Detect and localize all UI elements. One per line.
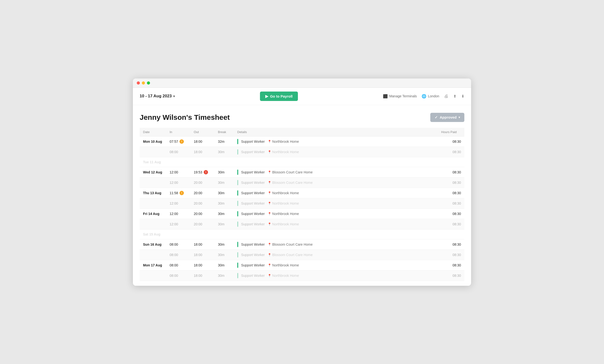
out-cell: 18:00 [190, 147, 214, 157]
time-out: 18:00 [194, 140, 202, 143]
role-label: Support Worker [241, 212, 265, 216]
out-cell: 19:53 ! [190, 167, 214, 177]
details-cell: Support Worker 📍 Northbrook Home [234, 260, 438, 270]
hours-cell-light: 08:30 [438, 250, 464, 260]
date-range-selector[interactable]: 10 - 17 Aug 2023 ▾ [140, 94, 175, 99]
location-label: Northbrook Home [272, 212, 299, 216]
table-row-shadow: 08:00 18:00 30m Support Worker 📍 Northbr… [140, 270, 464, 281]
details-content: Support Worker 📍 Northbrook Home [237, 139, 434, 144]
location-pin-icon: 📍 [268, 212, 271, 215]
approved-button[interactable]: ✓ Approved ▾ [430, 113, 464, 122]
in-cell: 12:00 [166, 219, 190, 229]
details-content: Support Worker 📍 Northbrook Home [237, 190, 434, 196]
location-label-light: Northbrook Home [272, 274, 299, 277]
table-row-shadow: 08:00 18:00 30m Support Worker 📍 Northbr… [140, 147, 464, 157]
location-label-light: Northbrook Home [272, 222, 299, 226]
location-selector[interactable]: 🌐 London [422, 94, 439, 99]
role-label: Support Worker [241, 170, 265, 174]
details-cell: Support Worker 📍 Northbrook Home [234, 188, 438, 198]
col-header-in: In [166, 128, 190, 137]
in-cell-content: 11:58 ! [170, 191, 187, 195]
break-cell [214, 229, 234, 239]
table-row: Fri 14 Aug 12:00 20:00 30m Support Worke… [140, 208, 464, 219]
approved-label: Approved [440, 115, 457, 119]
break-cell: 30m [214, 188, 234, 198]
minimize-dot[interactable] [142, 81, 145, 85]
app-window: 10 - 17 Aug 2023 ▾ ▶ Go to Payroll ⬛ Man… [133, 78, 471, 286]
table-row: Sun 16 Aug 08:00 18:00 30m Support Worke… [140, 239, 464, 250]
col-header-hours: Hours Paid [438, 128, 464, 137]
location-label: Blossom Court Care Home [272, 242, 313, 246]
table-row-empty: Tue 11 Aug [140, 157, 464, 167]
role-label: Support Worker [241, 191, 265, 195]
break-cell: 32m [214, 136, 234, 147]
location-pin-icon: 📍 [268, 253, 271, 256]
in-cell: 12:00 [166, 177, 190, 188]
upload-icon[interactable]: ⬆ [453, 94, 456, 99]
terminal-icon: ⬛ [383, 94, 388, 99]
time-out: 18:00 [194, 242, 202, 246]
break-cell: 30m [214, 177, 234, 188]
break-cell: 30m [214, 147, 234, 157]
location-info: 📍 Northbrook Home [268, 191, 299, 195]
go-to-payroll-button[interactable]: ▶ Go to Payroll [260, 91, 298, 101]
break-cell: 30m [214, 260, 234, 270]
date-cell: Sat 15 Aug [140, 229, 166, 239]
details-cell: Support Worker 📍 Northbrook Home [234, 219, 438, 229]
location-pin-icon: 📍 [268, 191, 271, 195]
time-out: 18:00 [194, 263, 202, 267]
details-bar-light-icon [237, 222, 238, 227]
maximize-dot[interactable] [147, 81, 150, 85]
details-content: Support Worker 📍 Blossom Court Care Home [237, 170, 434, 175]
in-cell: 08:00 [166, 147, 190, 157]
download-icon[interactable]: ⬇ [461, 94, 464, 99]
location-info: 📍 Northbrook Home [268, 140, 299, 143]
break-cell: 30m [214, 219, 234, 229]
table-header-row: Date In Out Break Details Hours Paid [140, 128, 464, 137]
globe-icon: 🌐 [422, 94, 427, 99]
in-cell: 08:00 [166, 239, 190, 250]
print-icon[interactable]: 🖨 [444, 94, 448, 99]
details-content: Support Worker 📍 Blossom Court Care Home [237, 180, 434, 185]
out-cell: 18:00 [190, 270, 214, 281]
location-info-light: 📍 Blossom Court Care Home [268, 181, 313, 185]
break-cell [214, 157, 234, 167]
details-cell [234, 229, 438, 239]
in-cell: 12:00 [166, 208, 190, 219]
time-in: 08:00 [170, 242, 178, 246]
hours-cell-light: 08:30 [438, 270, 464, 281]
in-cell: 12:00 [166, 167, 190, 177]
details-bar-light-icon [237, 149, 238, 155]
location-pin-icon: 📍 [268, 171, 271, 174]
table-row-shadow: 12:00 20:00 30m Support Worker 📍 Blossom… [140, 177, 464, 188]
col-header-out: Out [190, 128, 214, 137]
location-info-light: 📍 Northbrook Home [268, 201, 299, 205]
hours-cell: 08:30 [438, 188, 464, 198]
warning-icon: ! [179, 191, 184, 195]
date-cell [140, 177, 166, 188]
location-label: Blossom Court Care Home [272, 170, 313, 174]
time-out: 19:53 [194, 170, 202, 174]
in-cell: 12:00 [166, 198, 190, 208]
location-info-light: 📍 Northbrook Home [268, 222, 299, 226]
hours-cell: 08:30 [438, 260, 464, 270]
details-bar-icon [237, 170, 238, 175]
table-row-shadow: 12:00 20:00 30m Support Worker 📍 Northbr… [140, 198, 464, 208]
warning-icon: ! [179, 139, 184, 144]
close-dot[interactable] [137, 81, 140, 85]
location-label-light: Blossom Court Care Home [272, 253, 313, 257]
break-cell: 30m [214, 270, 234, 281]
details-cell: Support Worker 📍 Northbrook Home [234, 147, 438, 157]
details-cell: Support Worker 📍 Blossom Court Care Home [234, 250, 438, 260]
date-cell: Sun 16 Aug [140, 239, 166, 250]
details-cell: Support Worker 📍 Blossom Court Care Home [234, 239, 438, 250]
arrow-icon: ▶ [265, 94, 268, 99]
manage-terminals-button[interactable]: ⬛ Manage Terminals [383, 94, 417, 99]
date-cell [140, 147, 166, 157]
location-info: 📍 Blossom Court Care Home [268, 170, 313, 174]
location-label: Northbrook Home [272, 191, 299, 195]
role-label-light: Support Worker [241, 253, 265, 257]
location-label: London [428, 94, 439, 98]
location-pin-icon: 📍 [268, 181, 271, 184]
hours-cell-light: 08:30 [438, 198, 464, 208]
